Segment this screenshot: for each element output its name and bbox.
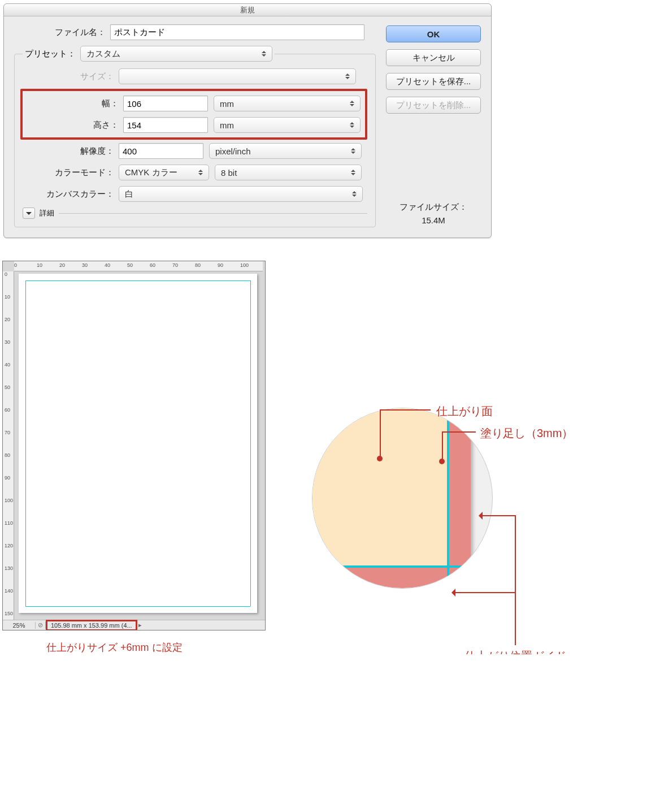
width-label: 幅：	[27, 98, 123, 109]
width-unit-select[interactable]: mm	[214, 96, 361, 111]
preset-label: プリセット：	[25, 49, 76, 59]
detail-label: 詳細	[40, 208, 54, 218]
document-dimensions[interactable]: 105.98 mm x 153.99 mm (4...	[46, 620, 137, 631]
delete-preset-button: プリセットを削除...	[386, 97, 481, 114]
filesize-label: ファイルサイズ：	[386, 200, 481, 214]
preset-select[interactable]: カスタム	[80, 46, 272, 62]
zoom-bubble	[312, 408, 493, 589]
size-select	[119, 68, 356, 84]
zoom-diagram: 仕上がり面 塗り足し（3mm） 仕上がり位置ガイド	[301, 261, 651, 654]
size-label: サイズ：	[23, 71, 119, 82]
highlight-size-box: 幅： mm 高さ： mm	[20, 89, 367, 140]
save-preset-button[interactable]: プリセットを保存...	[386, 73, 481, 90]
resolution-unit-select[interactable]: pixel/inch	[209, 143, 362, 159]
resolution-input[interactable]	[119, 143, 203, 159]
dialog-title: 新規	[4, 4, 491, 16]
no-icon: ⊘	[36, 621, 46, 629]
colordepth-select[interactable]: 8 bit	[215, 165, 362, 180]
preset-group: プリセット： カスタム サイズ： 幅：	[14, 46, 376, 227]
colormode-label: カラーモード：	[23, 167, 119, 178]
divider	[59, 213, 367, 214]
resolution-label: 解像度：	[23, 146, 119, 157]
resize-grip-icon	[465, 561, 476, 572]
chevron-right-icon: ▸	[138, 621, 142, 629]
width-input[interactable]	[123, 96, 208, 111]
canvascolor-label: カンバスカラー：	[23, 189, 119, 200]
height-label: 高さ：	[27, 120, 123, 131]
document-window: 0102030405060708090100 01020304050607080…	[2, 261, 266, 630]
filename-input[interactable]	[110, 24, 364, 40]
height-input[interactable]	[123, 117, 208, 133]
canvas-page[interactable]	[19, 274, 257, 613]
ok-button[interactable]: OK	[386, 25, 481, 42]
canvascolor-select[interactable]: 白	[119, 186, 363, 202]
zoom-level[interactable]: 25%	[3, 622, 36, 629]
detail-disclosure-button[interactable]	[23, 208, 35, 219]
caption-size-setting: 仕上がりサイズ +6mm に設定	[46, 641, 267, 654]
filename-label: ファイル名：	[14, 27, 110, 38]
height-unit-select[interactable]: mm	[214, 117, 361, 133]
filesize-value: 15.4M	[386, 214, 481, 227]
status-bar: 25% ⊘ 105.98 mm x 153.99 mm (4... ▸	[3, 620, 265, 630]
new-document-dialog: 新規 ファイル名： プリセット： カスタム サイズ：	[3, 3, 492, 238]
colormode-select[interactable]: CMYK カラー	[119, 165, 209, 180]
vertical-ruler: 0102030405060708090100110120130140150	[3, 271, 14, 620]
cancel-button[interactable]: キャンセル	[386, 49, 481, 66]
horizontal-ruler: 0102030405060708090100	[14, 261, 263, 271]
